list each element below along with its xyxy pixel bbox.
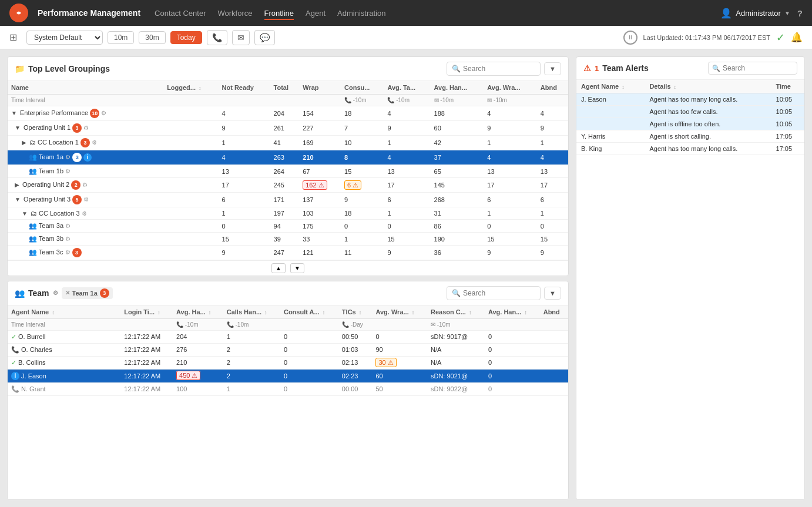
table-row[interactable]: ▼ 🗂 CC Location 3 ⚙ 11971031813111	[8, 207, 568, 220]
settings-icon[interactable]: ⚙	[83, 196, 89, 203]
col-avg-han[interactable]: Avg. Han... ↕	[485, 305, 540, 319]
table-row[interactable]: 👥 Team 3a ⚙ 094175008600	[8, 220, 568, 233]
notification-button[interactable]: 🔔	[791, 32, 803, 43]
settings-icon[interactable]: ⚙	[101, 110, 106, 116]
nav-frontline[interactable]: Frontline	[264, 6, 294, 20]
help-button[interactable]: ?	[797, 8, 803, 18]
info-icon: i	[83, 153, 92, 162]
top-groupings-filter-button[interactable]: ▼	[544, 62, 561, 75]
email-filter-button[interactable]: ✉	[232, 30, 250, 45]
col-details[interactable]: Details ↕	[645, 80, 771, 93]
table-row-team-1a[interactable]: 👥 Team 1a ⚙ 3 i 4263210843744	[8, 150, 568, 165]
table-row-j-eason[interactable]: i J. Eason 12:17:22 AM 450 ⚠ 2002:2360sD…	[8, 369, 568, 382]
col-calls-han[interactable]: Calls Han... ↕	[223, 305, 280, 319]
expand-icon[interactable]: ▶	[22, 139, 26, 146]
table-row[interactable]: 📞 N. Grant 12:17:22 AM 1001000:0050sDN: …	[8, 382, 568, 395]
col-not-ready[interactable]: Not Ready	[219, 81, 270, 95]
table-row[interactable]: 👥 Team 1b ⚙ 13264671513651313	[8, 165, 568, 178]
col-avg-wra[interactable]: Avg. Wra...	[484, 81, 536, 95]
col-abnd[interactable]: Abnd	[537, 81, 568, 95]
pause-button[interactable]: ⏸	[623, 31, 637, 45]
location-icon: 🗂	[29, 139, 36, 146]
table-row[interactable]: ▶ Operating Unit 2 2 ⚙ 17245 162 ⚠ 6 ⚠ 1…	[8, 178, 568, 193]
settings-icon[interactable]: ⚙	[65, 223, 71, 229]
alert-row-j-eason-1[interactable]: J. Eason Agent has too many long calls. …	[576, 93, 804, 106]
table-row[interactable]: 📞 O. Charles 12:17:22 AM 2762001:0390N/A…	[8, 343, 568, 356]
top-groupings-table: Name Logged... ↕ Not Ready Total Wrap Co…	[8, 81, 568, 260]
team-header-row: Agent Name ↕ Login Ti... ↕ Avg. Ha... ↕ …	[8, 305, 568, 319]
time-btn-10m[interactable]: 10m	[108, 31, 134, 44]
team-sub-calls: 📞 -10m	[223, 318, 280, 330]
settings-icon[interactable]: ⚙	[65, 168, 71, 174]
settings-icon[interactable]: ⚙	[83, 125, 89, 131]
table-row[interactable]: 👥 Team 3b ⚙ 1539331151901515	[8, 233, 568, 246]
alert-indicator: 1	[595, 64, 599, 73]
settings-icon[interactable]: ⚙	[65, 154, 71, 160]
nav-contact-center[interactable]: Contact Center	[155, 6, 206, 20]
col-logged[interactable]: Logged... ↕	[163, 81, 218, 95]
scroll-down-button[interactable]: ▼	[290, 263, 304, 273]
alert-row-j-eason-3[interactable]: Agent is offline too often. 10:05	[576, 118, 804, 130]
col-reason-c[interactable]: Reason C... ↕	[427, 305, 485, 319]
col-login-time[interactable]: Login Ti... ↕	[120, 305, 173, 319]
table-row[interactable]: 👥 Team 3c ⚙ 3 92471211193699	[8, 246, 568, 260]
table-row[interactable]: ▼ Enterprise Performance 10 ⚙ 4204154184…	[8, 106, 568, 121]
col-tics[interactable]: TICs ↕	[338, 305, 373, 319]
alert-row-y-harris[interactable]: Y. Harris Agent is short calling. 17:05	[576, 130, 804, 143]
expand-icon[interactable]: ▼	[15, 125, 21, 131]
top-groupings-search-input[interactable]	[463, 65, 535, 73]
settings-icon[interactable]: ⚙	[92, 139, 97, 146]
nav-user[interactable]: 👤 Administrator ▼	[720, 8, 790, 19]
nav-workforce[interactable]: Workforce	[218, 6, 253, 20]
preset-selector[interactable]: System Default	[26, 31, 103, 45]
col-avg-ha[interactable]: Avg. Ha... ↕	[173, 305, 223, 319]
team-icon: 👥	[15, 288, 25, 298]
col-consult-a[interactable]: Consult A... ↕	[280, 305, 338, 319]
scroll-up-button[interactable]: ▲	[271, 263, 286, 273]
table-row[interactable]: ▼ Operating Unit 3 5 ⚙ 61711379626866	[8, 193, 568, 207]
time-btn-today[interactable]: Today	[170, 31, 202, 44]
team-alerts-header: ⚠ 1 Team Alerts 🔍	[576, 57, 804, 80]
settings-icon[interactable]: ⚙	[65, 249, 71, 256]
folder-icon: 📁	[15, 64, 25, 73]
settings-icon[interactable]: ⚙	[82, 182, 88, 188]
team-title-settings[interactable]: ⚙	[53, 290, 58, 296]
col-total[interactable]: Total	[270, 81, 300, 95]
active-team-tag[interactable]: ✕ Team 1a 3	[62, 287, 113, 299]
team-search-input[interactable]	[463, 289, 535, 297]
col-agent-name[interactable]: Agent Name ↕	[8, 305, 120, 319]
grid-view-button[interactable]: ⊞	[9, 32, 17, 43]
team-section: 👥 Team ⚙ ✕ Team 1a 3 🔍 ▼	[7, 281, 569, 501]
table-row[interactable]: ✓ O. Burrell 12:17:22 AM 2041000:500sDN:…	[8, 330, 568, 343]
col-consult[interactable]: Consu...	[341, 81, 384, 95]
team-table-wrap: Agent Name ↕ Login Ti... ↕ Avg. Ha... ↕ …	[8, 305, 568, 396]
expand-icon[interactable]: ▶	[15, 182, 19, 188]
col-avg-han[interactable]: Avg. Han...	[431, 81, 484, 95]
expand-icon[interactable]: ▼	[11, 110, 17, 116]
alert-row-b-king[interactable]: B. King Agent has too many long calls. 1…	[576, 143, 804, 155]
col-time[interactable]: Time	[771, 80, 804, 93]
sub-avg-ta: 📞 -10m	[384, 95, 430, 106]
settings-icon[interactable]: ⚙	[65, 236, 71, 242]
expand-icon[interactable]: ▼	[15, 196, 21, 203]
table-row[interactable]: ✓ B. Collins 12:17:22 AM 2102002:13 30 ⚠…	[8, 356, 568, 369]
chat-filter-button[interactable]: 💬	[254, 30, 275, 45]
expand-icon[interactable]: ▼	[22, 210, 28, 217]
col-avg-ta[interactable]: Avg. Ta...	[384, 81, 430, 95]
table-row[interactable]: ▶ 🗂 CC Location 1 3 ⚙ 1411691014211	[8, 136, 568, 150]
phone-filter-button[interactable]: 📞	[207, 30, 227, 45]
col-avg-wra[interactable]: Avg. Wra... ↕	[372, 305, 427, 319]
team-filter-button[interactable]: ▼	[544, 287, 561, 300]
settings-icon[interactable]: ⚙	[82, 210, 87, 217]
table-row[interactable]: ▼ Operating Unit 1 3 ⚙ 9261227796099	[8, 121, 568, 136]
col-agent-name[interactable]: Agent Name ↕	[576, 80, 645, 93]
alert-row-j-eason-2[interactable]: Agent has too few calls. 10:05	[576, 106, 804, 118]
time-btn-30m[interactable]: 30m	[139, 31, 165, 44]
col-abnd[interactable]: Abnd	[540, 305, 568, 319]
nav-administration[interactable]: Administration	[337, 6, 385, 20]
col-wrap[interactable]: Wrap	[299, 81, 341, 95]
nav-agent[interactable]: Agent	[306, 6, 326, 20]
alerts-search-input[interactable]	[723, 64, 793, 72]
tag-close-icon[interactable]: ✕	[65, 290, 70, 296]
sub-avg-wra: ✉ -10m	[484, 95, 536, 106]
